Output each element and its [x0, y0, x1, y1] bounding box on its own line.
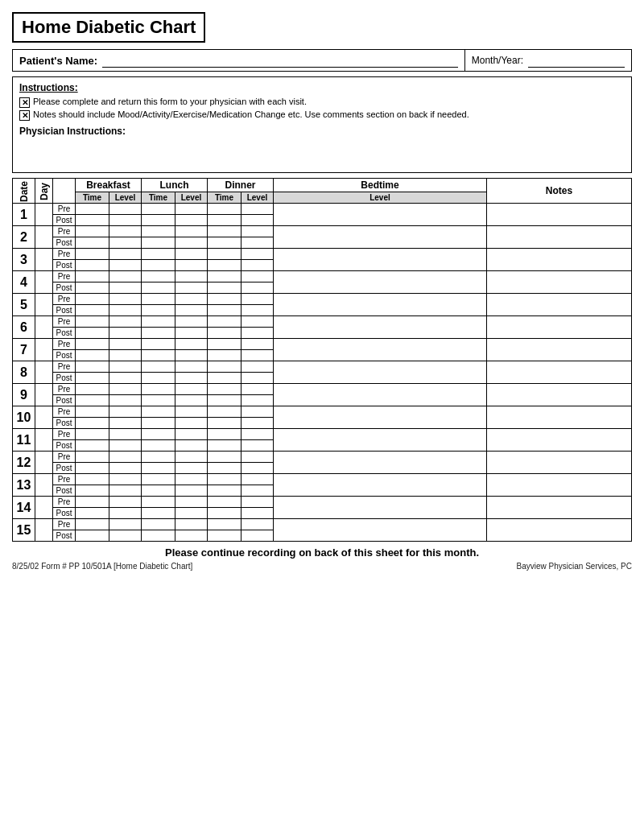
dinner-post-time[interactable] [208, 463, 242, 474]
dinner-pre-time[interactable] [208, 406, 242, 418]
dinner-pre-level[interactable] [242, 519, 274, 530]
lunch-post-level[interactable] [175, 485, 208, 497]
breakfast-pre-time[interactable] [76, 339, 109, 350]
lunch-post-level[interactable] [175, 350, 208, 361]
dinner-post-level[interactable] [242, 440, 274, 452]
bedtime-level[interactable] [274, 452, 487, 474]
dinner-pre-time[interactable] [208, 474, 242, 485]
lunch-post-level[interactable] [175, 440, 208, 452]
lunch-post-level[interactable] [175, 373, 208, 384]
row-day[interactable] [35, 339, 53, 361]
breakfast-pre-time[interactable] [76, 271, 109, 282]
notes-cell[interactable] [487, 226, 632, 249]
lunch-pre-level[interactable] [175, 294, 208, 305]
breakfast-post-time[interactable] [76, 328, 109, 339]
breakfast-post-level[interactable] [109, 485, 142, 497]
breakfast-pre-time[interactable] [76, 497, 109, 508]
row-day[interactable] [35, 316, 53, 339]
breakfast-pre-time[interactable] [76, 406, 109, 418]
dinner-pre-time[interactable] [208, 226, 242, 237]
breakfast-post-level[interactable] [109, 373, 142, 384]
lunch-post-time[interactable] [142, 440, 175, 452]
lunch-pre-level[interactable] [175, 452, 208, 463]
lunch-pre-time[interactable] [142, 249, 175, 260]
breakfast-pre-time[interactable] [76, 452, 109, 463]
breakfast-pre-level[interactable] [109, 429, 142, 440]
row-day[interactable] [35, 406, 53, 429]
breakfast-post-level[interactable] [109, 440, 142, 452]
dinner-pre-level[interactable] [242, 361, 274, 373]
row-day[interactable] [35, 474, 53, 497]
breakfast-post-time[interactable] [76, 418, 109, 429]
dinner-post-level[interactable] [242, 530, 274, 542]
breakfast-post-time[interactable] [76, 373, 109, 384]
breakfast-post-time[interactable] [76, 282, 109, 294]
lunch-post-level[interactable] [175, 282, 208, 294]
lunch-post-time[interactable] [142, 463, 175, 474]
breakfast-pre-time[interactable] [76, 474, 109, 485]
breakfast-post-level[interactable] [109, 530, 142, 542]
breakfast-pre-time[interactable] [76, 294, 109, 305]
breakfast-pre-time[interactable] [76, 384, 109, 395]
dinner-post-time[interactable] [208, 237, 242, 249]
breakfast-pre-level[interactable] [109, 519, 142, 530]
dinner-post-time[interactable] [208, 395, 242, 406]
breakfast-post-time[interactable] [76, 215, 109, 226]
dinner-pre-level[interactable] [242, 204, 274, 215]
dinner-pre-level[interactable] [242, 452, 274, 463]
lunch-pre-time[interactable] [142, 271, 175, 282]
breakfast-pre-level[interactable] [109, 294, 142, 305]
lunch-pre-time[interactable] [142, 361, 175, 373]
breakfast-post-level[interactable] [109, 215, 142, 226]
lunch-pre-time[interactable] [142, 519, 175, 530]
notes-cell[interactable] [487, 271, 632, 294]
breakfast-pre-level[interactable] [109, 249, 142, 260]
row-day[interactable] [35, 452, 53, 474]
breakfast-post-time[interactable] [76, 508, 109, 519]
dinner-post-level[interactable] [242, 237, 274, 249]
lunch-pre-level[interactable] [175, 519, 208, 530]
dinner-pre-time[interactable] [208, 339, 242, 350]
bedtime-level[interactable] [274, 519, 487, 542]
lunch-pre-time[interactable] [142, 384, 175, 395]
lunch-post-time[interactable] [142, 305, 175, 316]
lunch-pre-time[interactable] [142, 474, 175, 485]
bedtime-level[interactable] [274, 249, 487, 271]
breakfast-post-time[interactable] [76, 485, 109, 497]
lunch-pre-time[interactable] [142, 204, 175, 215]
breakfast-post-time[interactable] [76, 463, 109, 474]
dinner-post-time[interactable] [208, 373, 242, 384]
lunch-post-time[interactable] [142, 350, 175, 361]
lunch-pre-level[interactable] [175, 226, 208, 237]
row-day[interactable] [35, 271, 53, 294]
dinner-post-time[interactable] [208, 485, 242, 497]
lunch-post-time[interactable] [142, 530, 175, 542]
breakfast-pre-level[interactable] [109, 226, 142, 237]
breakfast-pre-level[interactable] [109, 452, 142, 463]
breakfast-post-time[interactable] [76, 350, 109, 361]
dinner-post-level[interactable] [242, 282, 274, 294]
dinner-post-time[interactable] [208, 530, 242, 542]
dinner-post-time[interactable] [208, 350, 242, 361]
dinner-post-time[interactable] [208, 260, 242, 271]
dinner-pre-level[interactable] [242, 316, 274, 328]
breakfast-pre-level[interactable] [109, 361, 142, 373]
lunch-post-time[interactable] [142, 260, 175, 271]
dinner-pre-level[interactable] [242, 429, 274, 440]
breakfast-post-time[interactable] [76, 237, 109, 249]
row-day[interactable] [35, 204, 53, 226]
bedtime-level[interactable] [274, 204, 487, 226]
dinner-pre-level[interactable] [242, 384, 274, 395]
dinner-post-level[interactable] [242, 508, 274, 519]
lunch-post-time[interactable] [142, 373, 175, 384]
notes-cell[interactable] [487, 519, 632, 542]
lunch-pre-level[interactable] [175, 497, 208, 508]
lunch-post-level[interactable] [175, 463, 208, 474]
lunch-post-level[interactable] [175, 328, 208, 339]
lunch-post-level[interactable] [175, 305, 208, 316]
notes-cell[interactable] [487, 316, 632, 339]
lunch-pre-level[interactable] [175, 361, 208, 373]
lunch-pre-time[interactable] [142, 294, 175, 305]
dinner-post-level[interactable] [242, 418, 274, 429]
bedtime-level[interactable] [274, 429, 487, 452]
